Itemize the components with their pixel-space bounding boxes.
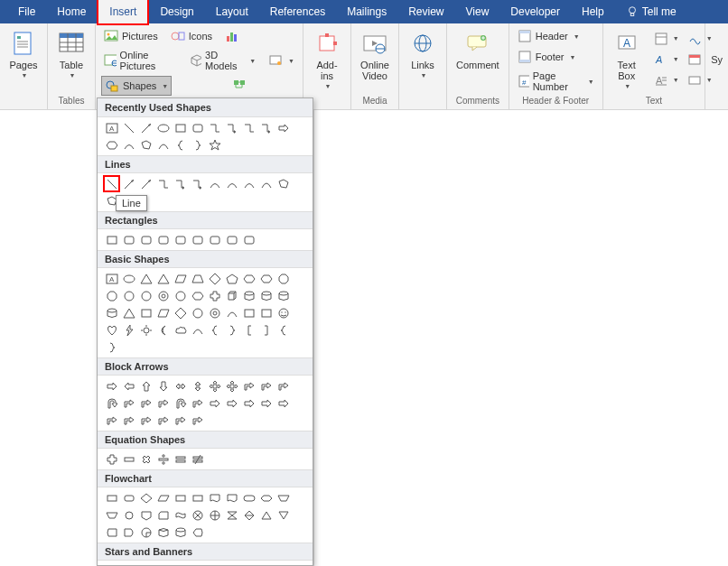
- shape-can[interactable]: [240, 287, 257, 304]
- shape-quad[interactable]: [223, 377, 240, 394]
- shape-smiley[interactable]: [275, 304, 292, 321]
- shape-eqNeq[interactable]: [189, 450, 206, 468]
- shape-star8[interactable]: [206, 562, 223, 566]
- shape-bent[interactable]: [189, 412, 206, 429]
- shape-quad[interactable]: [206, 377, 223, 394]
- shape-can[interactable]: [275, 287, 292, 304]
- shape-flowCollate[interactable]: [223, 506, 240, 524]
- shape-roundRect[interactable]: [206, 231, 223, 248]
- shape-star[interactable]: [172, 562, 189, 566]
- shape-flowSum[interactable]: [189, 506, 206, 524]
- shape-roundRect[interactable]: [120, 231, 137, 248]
- shape-bracketR[interactable]: [257, 321, 275, 339]
- shape-can[interactable]: [257, 287, 275, 304]
- shape-lrArrow[interactable]: [172, 377, 189, 394]
- header-button[interactable]: Header ▼: [515, 27, 597, 45]
- shape-lineArrow[interactable]: [137, 175, 154, 192]
- shape-flowProc[interactable]: [103, 489, 120, 506]
- shape-hex[interactable]: [257, 270, 275, 287]
- shape-flowPrep[interactable]: [257, 489, 275, 506]
- online-pictures-button[interactable]: Online Pictures: [101, 48, 180, 73]
- tell-me[interactable]: Tell me: [615, 0, 687, 23]
- shape-bent[interactable]: [172, 412, 189, 429]
- shape-hex[interactable]: [103, 136, 120, 153]
- shape-diamond[interactable]: [206, 270, 223, 287]
- shape-braceL[interactable]: [172, 136, 189, 153]
- addins-button[interactable]: Add- ins ▼: [309, 27, 345, 91]
- shape-plus[interactable]: [206, 287, 223, 304]
- shape-curve[interactable]: [240, 175, 257, 192]
- table-button[interactable]: Table ▼: [53, 27, 89, 80]
- tab-design[interactable]: Design: [149, 0, 204, 23]
- shape-elbowArr[interactable]: [172, 175, 189, 192]
- shape-lightning[interactable]: [120, 321, 137, 339]
- shape-rtArrow[interactable]: [275, 394, 292, 412]
- shape-elbow[interactable]: [154, 175, 172, 192]
- shape-flowAlt[interactable]: [120, 489, 137, 506]
- shape-rtArrow[interactable]: [103, 377, 120, 394]
- chart-button[interactable]: [222, 27, 242, 45]
- tab-insert[interactable]: Insert: [97, 0, 149, 25]
- shape-bent[interactable]: [257, 377, 275, 394]
- smartart-button[interactable]: [229, 76, 249, 96]
- wordart-button[interactable]: A▼: [652, 51, 682, 68]
- shape-donut[interactable]: [206, 304, 223, 321]
- tab-layout[interactable]: Layout: [205, 0, 259, 23]
- shape-circle[interactable]: [137, 287, 154, 304]
- shape-curve[interactable]: [206, 175, 223, 192]
- tab-references[interactable]: References: [259, 0, 336, 23]
- shape-can[interactable]: [103, 304, 120, 321]
- icons-button[interactable]: Icons: [168, 27, 215, 45]
- shape-elbow[interactable]: [206, 119, 223, 136]
- shape-roundRect[interactable]: [189, 231, 206, 248]
- comment-button[interactable]: Comment: [453, 27, 503, 72]
- footer-button[interactable]: Footer ▼: [515, 48, 597, 66]
- shape-braceR[interactable]: [223, 321, 240, 339]
- shape-sun[interactable]: [137, 321, 154, 339]
- shape-flowManual[interactable]: [103, 506, 120, 524]
- shape-uturn[interactable]: [103, 394, 120, 412]
- shape-flowConnector[interactable]: [120, 506, 137, 524]
- shape-bracketL[interactable]: [240, 321, 257, 339]
- shape-flowDoc[interactable]: [206, 489, 223, 506]
- shape-roundRect[interactable]: [240, 231, 257, 248]
- shape-bent[interactable]: [154, 412, 172, 429]
- tab-file[interactable]: File: [7, 0, 46, 23]
- shape-hex[interactable]: [189, 287, 206, 304]
- shape-bent[interactable]: [275, 377, 292, 394]
- shape-parallelogram[interactable]: [154, 304, 172, 321]
- shape-bent[interactable]: [189, 394, 206, 412]
- shape-flowDec[interactable]: [137, 489, 154, 506]
- shape-braceL[interactable]: [275, 321, 292, 339]
- shape-braceR[interactable]: [189, 136, 206, 153]
- page-number-button[interactable]: # Page Number ▼: [515, 69, 597, 94]
- shape-bent[interactable]: [137, 412, 154, 429]
- shape-freeform[interactable]: [275, 175, 292, 192]
- shape-star[interactable]: [154, 562, 172, 566]
- shape-rtArrow[interactable]: [257, 394, 275, 412]
- pictures-button[interactable]: Pictures: [101, 27, 161, 45]
- shape-star[interactable]: [206, 136, 223, 153]
- shape-roundRect[interactable]: [154, 231, 172, 248]
- shape-lineArrow[interactable]: [120, 175, 137, 192]
- shape-flowMerge[interactable]: [275, 506, 292, 524]
- shape-elbowArr[interactable]: [257, 119, 275, 136]
- shape-flowData[interactable]: [154, 489, 172, 506]
- shape-roundRect[interactable]: [137, 231, 154, 248]
- shape-donut[interactable]: [154, 287, 172, 304]
- 3d-models-button[interactable]: 3D Models ▼: [187, 48, 258, 73]
- shape-hex[interactable]: [240, 270, 257, 287]
- shape-flowProc[interactable]: [189, 489, 206, 506]
- shape-bent[interactable]: [154, 394, 172, 412]
- shape-flowDisk[interactable]: [172, 524, 189, 541]
- drop-cap-button[interactable]: A▼: [652, 72, 682, 88]
- shape-eqDiv[interactable]: [154, 450, 172, 468]
- shape-flowDelay[interactable]: [120, 524, 137, 541]
- shape-bent[interactable]: [103, 412, 120, 429]
- shape-curve[interactable]: [223, 175, 240, 192]
- text-box-button[interactable]: A Text Box ▼: [609, 27, 645, 91]
- shape-flowTerm[interactable]: [240, 489, 257, 506]
- shape-bent[interactable]: [120, 412, 137, 429]
- shape-explosion[interactable]: [103, 562, 120, 566]
- shape-rtArrow[interactable]: [275, 119, 292, 136]
